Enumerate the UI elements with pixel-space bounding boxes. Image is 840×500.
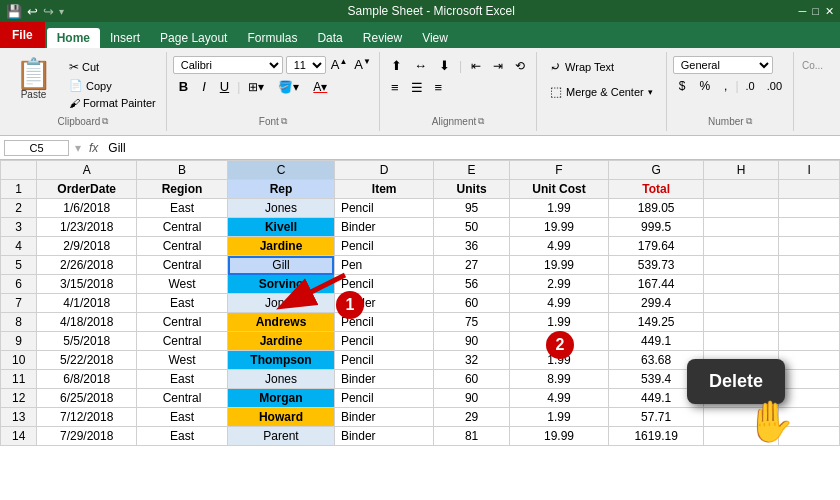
cell-data[interactable]: East — [136, 199, 227, 218]
cell-data[interactable]: 56 — [434, 275, 509, 294]
align-left-btn[interactable]: ≡ — [386, 78, 404, 97]
font-size-select[interactable]: 11 — [286, 56, 326, 74]
align-right-btn[interactable]: ≡ — [430, 78, 448, 97]
fill-color-button[interactable]: 🪣▾ — [272, 78, 305, 96]
cell-data[interactable]: 36 — [434, 237, 509, 256]
cell-data[interactable]: Pen — [334, 256, 434, 275]
header-cell-unitcost[interactable]: Unit Cost — [509, 180, 609, 199]
cell-data[interactable]: Pencil — [334, 389, 434, 408]
cell-data[interactable]: 5/5/2018 — [37, 332, 137, 351]
cell-data[interactable]: Central — [136, 332, 227, 351]
cell-data[interactable]: 7/29/2018 — [37, 427, 137, 446]
cell-data[interactable]: 1.99 — [509, 408, 609, 427]
cell-data[interactable]: 167.44 — [609, 275, 704, 294]
indent-decrease-btn[interactable]: ⇤ — [466, 57, 486, 75]
cell-data[interactable]: 19.99 — [509, 218, 609, 237]
tab-review[interactable]: Review — [353, 28, 412, 48]
tab-insert[interactable]: Insert — [100, 28, 150, 48]
cell-data[interactable]: 7/12/2018 — [37, 408, 137, 427]
cell-data[interactable]: Central — [136, 218, 227, 237]
tab-view[interactable]: View — [412, 28, 458, 48]
cell-empty[interactable] — [779, 237, 840, 256]
decimal-decrease-btn[interactable]: .00 — [762, 78, 787, 94]
cell-data[interactable]: 4.99 — [509, 332, 609, 351]
cell-data[interactable]: 27 — [434, 256, 509, 275]
cell-data[interactable]: 60 — [434, 370, 509, 389]
cell-data[interactable]: 32 — [434, 351, 509, 370]
minimize-btn[interactable]: ─ — [799, 5, 807, 18]
cell-data[interactable]: Pencil — [334, 313, 434, 332]
cell-empty[interactable] — [779, 218, 840, 237]
tab-home[interactable]: Home — [47, 28, 100, 48]
cell-data[interactable]: 95 — [434, 199, 509, 218]
cell-empty[interactable] — [779, 199, 840, 218]
tab-data[interactable]: Data — [307, 28, 352, 48]
cell-data[interactable]: East — [136, 427, 227, 446]
cell-data[interactable]: 2/26/2018 — [37, 256, 137, 275]
currency-button[interactable]: $ — [673, 77, 692, 95]
cell-data[interactable]: West — [136, 275, 227, 294]
borders-button[interactable]: ⊞▾ — [242, 78, 270, 96]
cell-data[interactable]: 8.99 — [509, 370, 609, 389]
cell-data[interactable]: 1/6/2018 — [37, 199, 137, 218]
cell-data[interactable]: 1.99 — [509, 199, 609, 218]
header-cell-total[interactable]: Total — [609, 180, 704, 199]
cell-data[interactable]: Howard — [228, 408, 335, 427]
cell-data[interactable]: 29 — [434, 408, 509, 427]
cell-data[interactable]: 60 — [434, 294, 509, 313]
cell-data[interactable]: Pencil — [334, 351, 434, 370]
copy-button[interactable]: 📄 Copy — [65, 77, 160, 94]
cell-data[interactable]: 50 — [434, 218, 509, 237]
indent-increase-btn[interactable]: ⇥ — [488, 57, 508, 75]
formula-input[interactable] — [104, 140, 836, 156]
align-middle-btn[interactable]: ↔ — [409, 56, 432, 75]
cell-data[interactable]: Sorvino — [228, 275, 335, 294]
cut-button[interactable]: ✂ Cut — [65, 58, 160, 76]
cell-data[interactable]: Jones — [228, 370, 335, 389]
cell-empty[interactable] — [703, 199, 778, 218]
cell-empty[interactable] — [703, 332, 778, 351]
cell-empty[interactable] — [703, 294, 778, 313]
undo-icon[interactable]: ↩ — [27, 4, 38, 19]
cell-data[interactable]: 149.25 — [609, 313, 704, 332]
col-header-b[interactable]: B — [136, 161, 227, 180]
cell-empty[interactable] — [779, 275, 840, 294]
cell-data[interactable]: East — [136, 294, 227, 313]
col-header-a[interactable]: A — [37, 161, 137, 180]
cell-data[interactable]: Morgan — [228, 389, 335, 408]
cell-data[interactable]: 4.99 — [509, 294, 609, 313]
increase-font-btn[interactable]: A▲ — [329, 56, 350, 73]
cell-data[interactable]: 90 — [434, 332, 509, 351]
cell-data[interactable]: West — [136, 351, 227, 370]
cell-data[interactable]: 189.05 — [609, 199, 704, 218]
cell-data[interactable]: Andrews — [228, 313, 335, 332]
cell-data[interactable]: Jardine — [228, 237, 335, 256]
cell-data[interactable]: 6/8/2018 — [37, 370, 137, 389]
cell-empty[interactable] — [779, 332, 840, 351]
cell-data[interactable]: 539.73 — [609, 256, 704, 275]
redo-icon[interactable]: ↪ — [43, 4, 54, 19]
header-cell-orderdate[interactable]: OrderDate — [37, 180, 137, 199]
cell-data[interactable]: Central — [136, 389, 227, 408]
cell-empty[interactable] — [779, 256, 840, 275]
col-header-g[interactable]: G — [609, 161, 704, 180]
cell-data[interactable]: Kivell — [228, 218, 335, 237]
col-header-e[interactable]: E — [434, 161, 509, 180]
cell-data[interactable]: Jones — [228, 294, 335, 313]
cell-data[interactable]: Central — [136, 256, 227, 275]
cell-data[interactable]: 5/22/2018 — [37, 351, 137, 370]
tab-pagelayout[interactable]: Page Layout — [150, 28, 237, 48]
cell-data[interactable]: Binder — [334, 218, 434, 237]
cell-data[interactable]: Jones — [228, 199, 335, 218]
col-header-h[interactable]: H — [703, 161, 778, 180]
cell-data[interactable]: Central — [136, 237, 227, 256]
file-tab[interactable]: File — [0, 22, 45, 48]
col-header-d[interactable]: D — [334, 161, 434, 180]
cell-data[interactable]: Thompson — [228, 351, 335, 370]
merge-center-button[interactable]: ⬚ Merge & Center ▾ — [545, 81, 658, 102]
cell-data[interactable]: 19.99 — [509, 256, 609, 275]
italic-button[interactable]: I — [196, 77, 212, 96]
cell-data[interactable]: 3/15/2018 — [37, 275, 137, 294]
decrease-font-btn[interactable]: A▼ — [352, 56, 373, 73]
cell-data[interactable]: 1/23/2018 — [37, 218, 137, 237]
